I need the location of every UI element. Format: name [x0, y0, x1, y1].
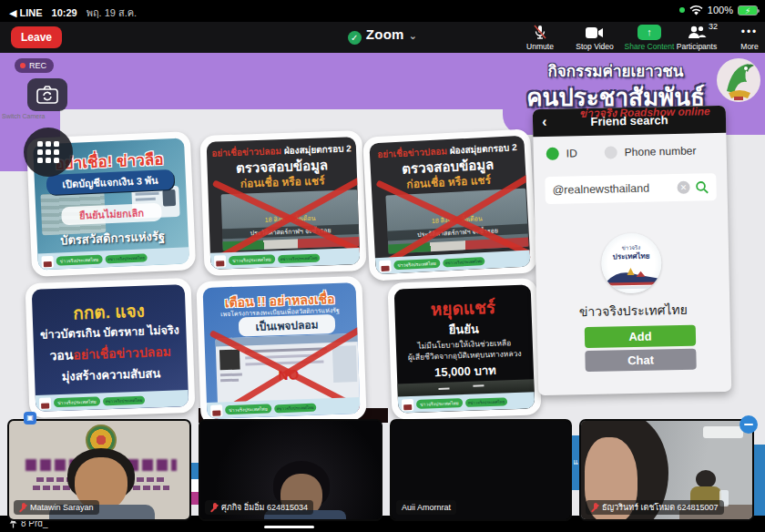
camp-logo-mascot [716, 55, 761, 106]
footer-hashtag-pill: #ข่าวจริงประเทศไทย [464, 397, 507, 407]
video-tile-4[interactable]: ธัญวรินทร์ เดชโหมด 624815007 [579, 419, 754, 521]
fake-news-screenshot: 18 สิงหาฯ ทั้งเดือน ประวัติศาสตร์กาฬฯ จะ… [385, 189, 528, 254]
participant-name-tag: Auii Amornrat [396, 500, 456, 515]
radio-id[interactable] [546, 148, 559, 160]
no-stamp: NO [278, 366, 299, 383]
radio-phone-label: Phone number [625, 145, 697, 159]
fact-center-logo [39, 397, 51, 409]
footer-hashtag-pill: #ข่าวจริงประเทศไทย [105, 253, 148, 263]
video-tile-2[interactable]: ศุภกิจ อิ่มอิ่ม 624815034 [199, 419, 382, 521]
card-footer-strip: ข่าวจริงประเทศไทย #ข่าวจริงประเทศไทย [36, 390, 189, 412]
radio-phone[interactable] [605, 146, 617, 159]
card-ect-line4: มุ่งสร้างความสับสน [35, 363, 189, 387]
switch-camera-icon [36, 86, 58, 104]
profile-avatar[interactable]: ข่าวจริง ประเทศไทย [601, 232, 662, 293]
card-footer-strip: ข่าวจริงประเทศไทย #ข่าวจริงประเทศไทย [375, 250, 531, 274]
poster-card-check-2: อย่าเชื่อข่าวปลอม ฝ่องสมุ่ยตกรอบ 2 ตรวจส… [362, 128, 537, 281]
footer-pill: ข่าวจริงประเทศไทย [416, 398, 463, 409]
status-dot-icon [679, 7, 685, 13]
battery-percent: 100% [708, 5, 733, 15]
app-badge-icon: ▣ [24, 412, 36, 425]
participant-name-tag: ธัญวรินทร์ เดชโหมด 624815007 [586, 500, 724, 515]
back-to-app-link[interactable]: ◀ LINE [9, 7, 43, 19]
fact-center-logo [379, 260, 392, 272]
fact-center-logo [41, 255, 54, 268]
card-page-line3: เป็นเพจปลอม [239, 314, 336, 337]
muted-mic-icon [591, 503, 598, 513]
floating-bubble-icon[interactable] [740, 415, 758, 434]
fact-center-logo [210, 404, 222, 416]
profile-name: ข่าวจริงประเทศไทย [536, 299, 729, 322]
scroll-indicator[interactable] [264, 526, 314, 528]
search-type-radios: ID Phone number [546, 145, 697, 160]
clear-input-icon[interactable]: ✕ [677, 181, 689, 194]
footer-pill: ข่าวจริงประเทศไทย [393, 259, 440, 271]
muted-mic-icon [19, 503, 26, 513]
switch-camera-label: Switch Camera [0, 113, 64, 119]
more-button[interactable]: ••• More [718, 25, 765, 51]
air-conditioner [703, 426, 743, 438]
security-shield-icon: ✓ [348, 31, 362, 45]
card-footer-strip: ข่าวจริงประเทศไทย #ข่าวจริงประเทศไทย [398, 392, 536, 413]
zoom-meeting-screen: ◀ LINE 10:29 พฤ. 19 ส.ค. 100% ⚡ Leave ✓Z… [0, 0, 765, 532]
more-label: More [718, 42, 765, 51]
participant-name: ธัญวรินทร์ เดชโหมด 624815007 [602, 501, 719, 514]
friend-search-input[interactable]: @realnewsthailand ✕ [545, 173, 717, 204]
poster-card-stopshare: หยุดแชร์ ยืนยัน ไม่มีนโยบายให้เงินช่วยเห… [387, 278, 541, 420]
fact-center-logo [402, 398, 413, 410]
switch-camera-button[interactable] [27, 78, 67, 111]
friend-search-panel: ‹ Friend search ID Phone number @realnew… [533, 106, 732, 395]
video-tile-1[interactable]: Matawin Sarayan [7, 419, 191, 521]
footer-hashtag-pill: #ข่าวจริงประเทศไทย [274, 403, 317, 413]
background-person-head [696, 470, 716, 488]
poster-card-check-1: อย่าเชื่อข่าวปลอม ฝ่องสมุ่ยตกรอบ 2 ตรวจส… [199, 130, 366, 276]
participant-name-tag: Matawin Sarayan [14, 500, 99, 515]
back-chevron-icon: ◀ [9, 7, 16, 19]
footer-pill: ข่าวจริงประเทศไทย [54, 396, 100, 407]
video-tile-3[interactable]: Auii Amornrat [390, 419, 572, 521]
footer-hashtag-pill: #ข่าวจริงประเทศไทย [443, 257, 485, 267]
chat-button[interactable]: Chat [585, 349, 696, 373]
footer-pill: ข่าวจริงประเทศไทย [56, 254, 102, 265]
grid-icon [37, 141, 59, 163]
participants-count: 32 [709, 22, 718, 31]
participant-name-tag: ศุภกิจ อิ่มอิ่ม 624815034 [205, 500, 313, 515]
poster-card-ect: กกต. แจง ข่าวบัตรเกิน บัตรหาย ไม่จริง วอ… [25, 278, 195, 418]
chevron-down-icon: ⌄ [409, 30, 418, 41]
back-app-label: LINE [19, 7, 42, 18]
battery-icon: ⚡ [738, 5, 758, 15]
poster-card-fakepage: เตือน !! อย่าหลงเชื่อ เพจโครงการลงทะเบีย… [196, 276, 366, 425]
share-up-arrow-icon: ↑ [638, 25, 661, 40]
status-bar: ◀ LINE 10:29 พฤ. 19 ส.ค. 100% ⚡ [0, 0, 765, 22]
date: พฤ. 19 ส.ค. [87, 5, 138, 21]
participant-name: Matawin Sarayan [30, 503, 94, 512]
search-query-text: @realnewsthailand [552, 181, 671, 197]
fake-news-screenshot: 18 สิงหาฯ ทั้งเดือน ประวัติศาสตร์กาฬฯ จะ… [221, 189, 360, 251]
footer-pill: ข่าวจริงประเทศไทย [229, 254, 275, 265]
muted-mic-icon [210, 503, 218, 513]
footer-hashtag-pill: #ข่าวจริงประเทศไทย [278, 253, 321, 263]
fact-center-logo [214, 255, 226, 267]
search-icon[interactable] [695, 180, 709, 194]
add-friend-button[interactable]: Add [585, 325, 696, 349]
footer-pill: ข่าวจริงประเทศไทย [225, 404, 271, 414]
card-footer-strip: ข่าวจริงประเทศไทย #ข่าวจริงประเทศไทย [37, 247, 189, 270]
participant-name: Auii Amornrat [402, 503, 451, 512]
participant-name: ศุภกิจ อิ่มอิ่ม 624815034 [221, 501, 308, 514]
more-dots-icon: ••• [741, 25, 759, 40]
card-footer-strip: ข่าวจริงประเทศไทย #ข่าวจริงประเทศไทย [210, 248, 361, 270]
recording-indicator: REC [15, 58, 54, 73]
card-rumor-line3: ยืนยันไม่ยกเลิก [61, 203, 162, 226]
footer-hashtag-pill: #ข่าวจริงประเทศไทย [102, 395, 145, 405]
card-ect-line3: วอนอย่าเชื่อข่าวปลอม [34, 341, 188, 366]
gallery-view-button[interactable] [24, 128, 73, 177]
radio-id-label: ID [566, 147, 577, 159]
clock: 10:29 [52, 7, 77, 18]
camp-subtitle-red: ข่าวจริง Roadshow online [579, 101, 761, 121]
wifi-icon [689, 5, 703, 15]
